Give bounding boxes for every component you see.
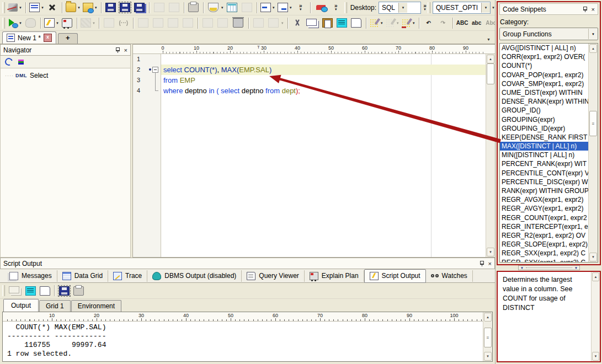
snippet-item[interactable]: COVAR_SMP(expr1, expr2)	[500, 79, 589, 88]
find-icon[interactable]: ▼	[369, 17, 385, 29]
copy-icon[interactable]	[305, 17, 321, 29]
scroll-up-icon[interactable]: ▲	[484, 313, 492, 322]
refresh-icon[interactable]	[4, 57, 14, 67]
paste-icon[interactable]	[321, 17, 335, 29]
tab-new-1[interactable]: New 1 * x	[2, 31, 56, 44]
snippet-item[interactable]: GROUPING_ID(expr)	[500, 124, 589, 133]
tab-script-output[interactable]: Script Output	[364, 269, 426, 283]
schema-browser-icon[interactable]	[225, 1, 239, 14]
code-lines[interactable]: select COUNT(*), MAX(EMP.SAL)from EMPwhe…	[161, 54, 486, 257]
snippet-item[interactable]: KEEP(DENSE_RANK FIRST (	[500, 133, 589, 142]
close-icon[interactable]: ×	[592, 7, 595, 12]
snippet-item[interactable]: REGR_R2(expr1, expr2) OV	[500, 231, 589, 240]
code-line[interactable]: from EMP	[161, 75, 486, 85]
format-output-icon[interactable]	[23, 285, 38, 297]
snippet-item[interactable]: REGR_SXY(expr1, expr2) C	[500, 258, 589, 263]
execute-as-script-icon[interactable]: ▼	[43, 17, 60, 29]
toolbar-overflow-button[interactable]: »▼	[294, 1, 308, 14]
connect-icon[interactable]: ▼	[7, 1, 23, 14]
snippet-item[interactable]: MIN([DISTINCT | ALL] n)	[500, 151, 589, 159]
debug-icon[interactable]	[60, 17, 74, 29]
category-combobox[interactable]: Group Functions ▼	[499, 28, 598, 40]
snippet-item[interactable]: AVG([DISTINCT | ALL] n)	[500, 44, 589, 52]
script-output-text[interactable]: COUNT(*) MAX(EMP.SAL) ---------- -------…	[3, 322, 492, 361]
snippet-item[interactable]: RANK(expr) WITHIN GROUP	[500, 186, 589, 195]
execute-statement-icon[interactable]: ▼	[7, 17, 23, 29]
snippet-item[interactable]: REGR_SLOPE(expr1, expr2)	[500, 240, 589, 249]
output-vertical-scrollbar[interactable]: ▲ ≡ ▼	[483, 312, 492, 361]
print-icon[interactable]	[187, 1, 201, 14]
snippet-item[interactable]: REGR_AVGY(expr1, expr2)	[500, 204, 589, 213]
tab-explain-plan[interactable]: Explain Plan	[305, 270, 364, 282]
editor-vertical-scrollbar[interactable]: ▲ ▼	[486, 54, 495, 257]
tree-item-dml-select[interactable]: ···· DML Select	[2, 72, 129, 79]
cut-icon[interactable]	[290, 17, 305, 29]
scroll-down-icon[interactable]: ▼	[484, 352, 492, 361]
close-icon[interactable]: ×	[488, 261, 492, 266]
save-icon[interactable]	[104, 1, 118, 14]
new-document-icon[interactable]	[349, 17, 364, 29]
format-code-icon[interactable]	[335, 17, 349, 29]
close-tab-icon[interactable]: x	[44, 34, 52, 42]
snippet-item[interactable]: REGR_SXX(expr1, expr2) C	[500, 249, 589, 258]
snippet-item[interactable]: COUNT(*)	[500, 61, 589, 70]
pin-icon[interactable]	[583, 7, 588, 12]
end-connection-icon[interactable]	[45, 1, 60, 14]
pin-icon[interactable]	[480, 261, 484, 266]
snippet-item[interactable]: REGR_INTERCEPT(expr1, e	[500, 222, 589, 231]
tab-trace[interactable]: Trace	[108, 270, 147, 282]
scroll-up-icon[interactable]: ▲	[589, 44, 597, 53]
scrollbar-thumb[interactable]	[487, 63, 494, 84]
describe-objects-icon[interactable]: ▼	[206, 1, 225, 14]
toolbar-overflow-button[interactable]: »▼	[329, 1, 343, 14]
snippet-item[interactable]: MAX([DISTINCT | ALL] n)	[500, 142, 589, 151]
tab-grid-1[interactable]: Grid 1	[39, 300, 71, 312]
save-as-icon[interactable]	[118, 1, 132, 14]
scrollbar-thumb[interactable]: ≡	[589, 111, 597, 136]
connection-combobox[interactable]: QUEST_OPTI ▼	[433, 2, 491, 14]
toolbar-grip[interactable]	[2, 18, 5, 29]
tab-dbms-output[interactable]: DBMS Output (disabled)	[147, 270, 242, 282]
tab-watches[interactable]: Watches	[426, 270, 473, 282]
scroll-down-icon[interactable]: ▼	[487, 248, 494, 256]
tab-data-grid[interactable]: Data Grid	[57, 270, 108, 282]
statement-to-sql-icon[interactable]: ▼	[276, 1, 294, 14]
find-replace-icon[interactable]: ▼	[401, 17, 417, 29]
snippet-scrollbar[interactable]: ▲ ≡ ▼	[588, 44, 598, 262]
snippet-item[interactable]: PERCENTILE_CONT(expr) V	[500, 169, 589, 178]
toolbar-grip[interactable]	[344, 2, 347, 13]
chevron-down-icon[interactable]: ▼	[487, 38, 491, 41]
chevron-down-icon[interactable]: ▼	[481, 3, 490, 13]
open-file-icon[interactable]: ▼	[65, 1, 82, 14]
sql-window-icon[interactable]: ▼	[28, 1, 45, 14]
scrollbar-thumb[interactable]: ≡	[484, 328, 492, 347]
undo-icon[interactable]: ↶	[422, 17, 436, 29]
new-tab-button[interactable]: +	[58, 33, 78, 44]
legend-icon[interactable]	[18, 60, 24, 65]
snippet-item[interactable]: GROUP_ID()	[500, 106, 589, 115]
tab-messages[interactable]: Messages	[4, 270, 57, 282]
code-line[interactable]	[161, 54, 486, 65]
snippet-item[interactable]: CORR(expr1, expr2) OVER(	[500, 52, 589, 61]
snippet-item[interactable]: COVAR_POP(expr1, expr2)	[500, 71, 589, 79]
editor-body[interactable]: 1234 select COUNT(*), MAX(EMP.SAL)from E…	[133, 54, 495, 257]
toolbar-overflow-button[interactable]: »▼	[423, 4, 427, 12]
load-from-db-icon[interactable]: ▼	[82, 1, 99, 14]
rerun-icon[interactable]	[313, 1, 329, 14]
snippet-item[interactable]: CUME_DIST(expr) WITHIN	[500, 88, 589, 97]
save-output-icon[interactable]	[57, 285, 71, 297]
scroll-up-icon[interactable]: ▲	[487, 55, 494, 63]
clear-icon[interactable]	[230, 17, 246, 29]
save-all-icon[interactable]	[132, 1, 147, 14]
close-icon[interactable]: ×	[124, 47, 127, 53]
toolbar-grip[interactable]	[2, 2, 5, 13]
toolbar-grip[interactable]	[428, 2, 430, 13]
snippet-item[interactable]: REGR_AVGX(expr1, expr2)	[500, 195, 589, 204]
sql-to-statement-icon[interactable]: ▼	[259, 1, 276, 14]
tab-query-viewer[interactable]: Query Viewer	[242, 270, 304, 282]
tab-environment[interactable]: Environment	[71, 300, 121, 312]
uppercase-button[interactable]: ABC	[455, 17, 470, 29]
desktop-combobox[interactable]: SQL ▼	[379, 2, 421, 14]
collapse-statement-icon[interactable]	[152, 67, 158, 73]
chevron-down-icon[interactable]: ▼	[398, 3, 407, 13]
